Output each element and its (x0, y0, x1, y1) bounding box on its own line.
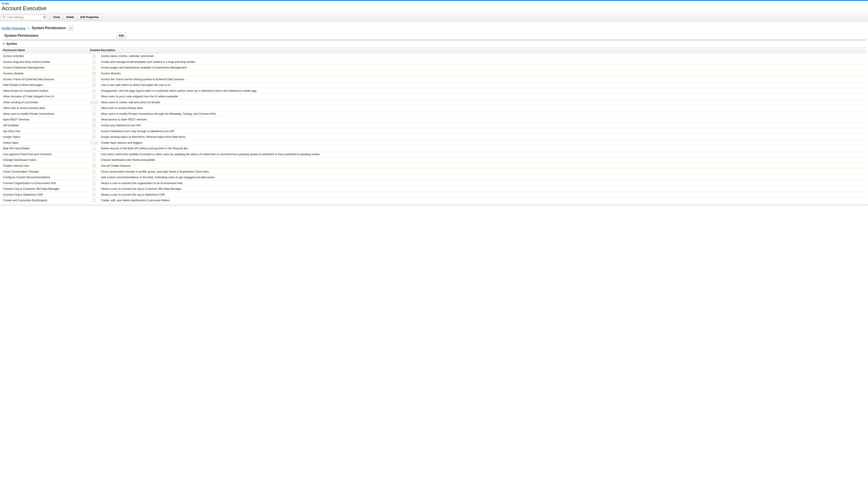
breadcrumb: Profile Overview > System Permissions (2, 22, 866, 33)
table-row: Access Experience ManagementAccess pages… (2, 65, 866, 71)
enabled-checkbox (93, 153, 96, 156)
permission-name: Api Only User (2, 128, 89, 134)
permission-enabled-cell (89, 88, 99, 94)
enabled-checkbox (93, 89, 96, 92)
section-group-toggle[interactable]: ▼ System (2, 40, 866, 47)
permission-description: Access the Tracer tool for testing queri… (99, 76, 866, 82)
permission-name: Access Activities (2, 53, 89, 59)
permission-description: Allows a user to connect the org to Sale… (99, 192, 866, 197)
permission-enabled-cell (89, 93, 99, 99)
permission-name: Connect Org to Customer 360 Data Manager (2, 186, 89, 192)
permission-name: Author Apex (2, 140, 89, 146)
permission-name: Allow Inclusion of Code Snippets from UI (2, 93, 89, 99)
table-row: Can Approve Feed Post and CommentLets us… (2, 151, 866, 157)
table-row: Allow Access to Customized ActionsUnsupp… (2, 88, 866, 94)
page-subtitle: Profile (2, 1, 866, 5)
info-icon[interactable]: i (95, 101, 98, 104)
permission-enabled-cell (89, 76, 99, 82)
enabled-checkbox (93, 188, 96, 191)
enabled-checkbox (93, 55, 96, 58)
permission-description: Lets users control the visibility of con… (99, 151, 866, 157)
permission-description: Access Salesforce.com only through a Sal… (99, 128, 866, 134)
table-row: Add People to Direct MessagesLets a user… (2, 82, 866, 88)
table-row: Allow user to modify Private Connections… (2, 111, 866, 117)
table-row: Change Dashboard ColorsChoose dashboard … (2, 157, 866, 163)
permission-name: Allow sending of List Emails (2, 99, 89, 105)
permission-enabled-cell (89, 197, 99, 204)
enabled-checkbox (93, 164, 96, 167)
clear-search-icon[interactable]: ✕ (42, 16, 46, 19)
permission-enabled-cell (89, 163, 99, 169)
table-row: Allow user to access privacy dataAllow u… (2, 105, 866, 111)
permission-name: Configure Custom Recommendations (2, 174, 89, 180)
breadcrumb-root-link[interactable]: Profile Overview (2, 26, 25, 30)
permission-enabled-cell (89, 174, 99, 180)
permission-name: API Enabled (2, 122, 89, 128)
permission-description: Assign existing topics to feed items. Re… (99, 134, 866, 140)
permission-enabled-cell: i (89, 140, 99, 146)
enabled-checkbox (93, 112, 96, 115)
permission-description: Close conversation threads in profile, g… (99, 169, 866, 175)
edit-button[interactable]: Edit (117, 33, 126, 38)
permission-description: Create and manage email templates and co… (99, 59, 866, 65)
permission-description: Choose dashboard color theme and palette… (99, 157, 866, 163)
permission-enabled-cell (89, 151, 99, 157)
permission-name: Access Libraries (2, 70, 89, 76)
table-row: Bulk API Hard DeleteDelete records in th… (2, 146, 866, 151)
column-header-enabled: Enabled (89, 48, 99, 53)
permission-enabled-cell (89, 169, 99, 175)
permission-name: Apex REST Services (2, 117, 89, 123)
info-icon[interactable]: i (95, 141, 98, 144)
enabled-checkbox (93, 107, 96, 110)
permission-name: Can Approve Feed Post and Comment (2, 151, 89, 157)
enabled-checkbox (93, 159, 96, 162)
permission-enabled-cell (89, 186, 99, 192)
table-row: Allow Inclusion of Code Snippets from UI… (2, 93, 866, 99)
permission-description: Access tasks, events, calendar, and emai… (99, 53, 866, 59)
enabled-checkbox (93, 176, 96, 179)
section-title: System Permissions (2, 34, 38, 38)
permission-description: Add custom recommendations in the feed, … (99, 174, 866, 180)
permission-name: Add People to Direct Messages (2, 82, 89, 88)
enabled-checkbox (93, 170, 96, 173)
toolbar-separator (49, 15, 49, 20)
section-group-label: System (6, 42, 17, 45)
table-row: Assign TopicsAssign existing topics to f… (2, 134, 866, 140)
permission-enabled-cell (89, 117, 99, 123)
enabled-checkbox (93, 84, 96, 87)
clone-button[interactable]: Clone (51, 14, 63, 20)
enabled-checkbox (93, 130, 96, 133)
permission-description: Lets a user add others to direct message… (99, 82, 866, 88)
enabled-checkbox (91, 101, 94, 104)
permission-enabled-cell (89, 192, 99, 197)
permission-description: Create Apex classes and triggers. (99, 140, 866, 146)
table-row: Access ActivitiesAccess tasks, events, c… (2, 53, 866, 59)
delete-button[interactable]: Delete (64, 14, 76, 20)
permission-name: Bulk API Hard Delete (2, 146, 89, 151)
permission-name: Assign Topics (2, 134, 89, 140)
enabled-checkbox (93, 95, 96, 98)
section-header: System Permissions Edit (2, 33, 866, 40)
toolbar: ✕ Clone Delete Edit Properties (0, 13, 868, 22)
enabled-checkbox (93, 199, 96, 202)
table-row: Connect Org to Salesforce CDPAllows a us… (2, 192, 866, 197)
permission-name: Create and Customize Dashboards (2, 197, 89, 204)
permission-name: Allow user to access privacy data (2, 105, 89, 111)
permission-name: Connect Organization to Environment Hub (2, 180, 89, 186)
permission-enabled-cell (89, 65, 99, 71)
enabled-checkbox (93, 66, 96, 69)
permission-description: Access any Salesforce.com API. (99, 122, 866, 128)
permission-name: Change Dashboard Colors (2, 157, 89, 163)
table-row: Allow sending of List EmailsiAllow users… (2, 99, 866, 105)
permission-description: Allows a user to connect the org to Cust… (99, 186, 866, 192)
permission-name: Access drag-and-drop content builder (2, 59, 89, 65)
edit-properties-button[interactable]: Edit Properties (78, 14, 101, 20)
table-row: API EnabledAccess any Salesforce.com API… (2, 122, 866, 128)
enabled-checkbox (91, 141, 94, 144)
table-row: Connect Organization to Environment HubA… (2, 180, 866, 186)
table-row: Configure Custom RecommendationsAdd cust… (2, 174, 866, 180)
bottom-bar (0, 205, 868, 206)
permission-description: Allow users to post code snippets from t… (99, 93, 866, 99)
search-input[interactable] (1, 14, 47, 20)
breadcrumb-dropdown-button[interactable] (68, 25, 73, 31)
